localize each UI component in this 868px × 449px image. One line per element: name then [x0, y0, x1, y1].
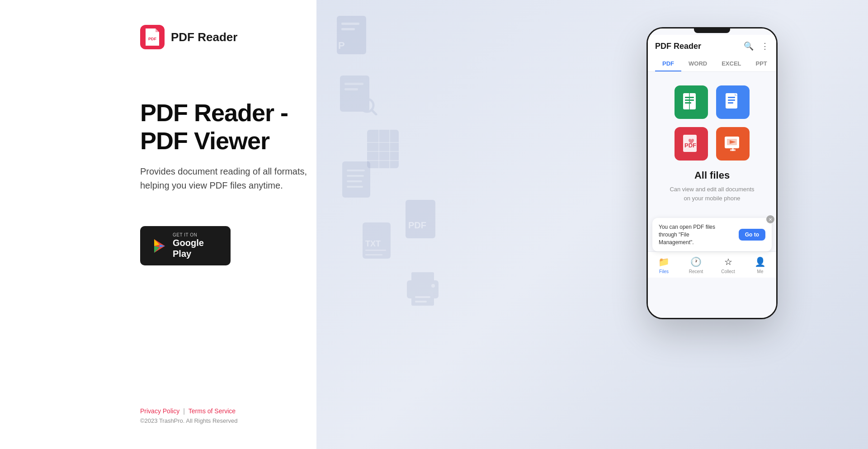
header: PDF PDF Reader — [140, 25, 237, 49]
me-nav-label: Me — [757, 269, 764, 274]
headline-line1: PDF Reader - — [140, 99, 288, 126]
phone-frame: PDF Reader 🔍 ⋮ PDF WORD EXCEL PPT — [646, 27, 778, 319]
terms-of-service-link[interactable]: Terms of Service — [189, 407, 236, 415]
slides-icon — [716, 127, 750, 161]
files-nav-label: Files — [659, 269, 669, 274]
play-button-main-text: Google Play — [173, 237, 218, 259]
file-icons-grid: PDF — [675, 85, 750, 161]
svg-text:PDF: PDF — [148, 37, 157, 41]
tab-ppt[interactable]: PPT — [749, 57, 774, 71]
logo-text: PDF Reader — [171, 30, 237, 44]
app-content: PDF All f — [648, 72, 776, 212]
privacy-policy-link[interactable]: Privacy Policy — [140, 407, 179, 415]
recent-nav-label: Recent — [689, 269, 703, 274]
files-nav-icon: 📁 — [658, 256, 670, 267]
toast-go-button[interactable]: Go to — [739, 229, 765, 241]
me-nav-icon: 👤 — [755, 256, 766, 267]
nav-item-me[interactable]: 👤 Me — [744, 256, 776, 274]
svg-rect-56 — [732, 148, 734, 151]
nav-item-collect[interactable]: ☆ Collect — [712, 256, 744, 274]
app-title-row: PDF Reader 🔍 ⋮ — [655, 41, 769, 56]
google-play-button[interactable]: GET IT ON Google Play — [140, 226, 231, 265]
toast-notification: You can open PDF files through "File Man… — [652, 218, 772, 251]
left-section: PDF PDF Reader PDF Reader - PDF Viewer P… — [0, 0, 316, 449]
play-store-icon — [153, 239, 166, 253]
collect-nav-icon: ☆ — [724, 256, 732, 267]
bottom-navigation: 📁 Files 🕐 Recent ☆ Collect 👤 Me — [648, 251, 776, 278]
right-background — [289, 0, 868, 449]
tab-excel[interactable]: EXCEL — [714, 57, 748, 71]
svg-rect-43 — [685, 102, 691, 104]
svg-rect-48 — [728, 102, 733, 104]
play-button-text: GET IT ON Google Play — [173, 232, 218, 259]
footer: Privacy Policy | Terms of Service ©2023 … — [140, 407, 238, 424]
svg-rect-47 — [728, 99, 735, 101]
sheets-icon — [675, 85, 708, 119]
phone-mockup: PDF Reader 🔍 ⋮ PDF WORD EXCEL PPT — [646, 27, 778, 319]
app-header-icons: 🔍 ⋮ — [744, 41, 769, 51]
headline-section: PDF Reader - PDF Viewer Provides documen… — [140, 99, 312, 193]
more-options-icon[interactable]: ⋮ — [761, 41, 769, 51]
nav-item-files[interactable]: 📁 Files — [648, 256, 680, 274]
app-title: PDF Reader — [655, 42, 701, 51]
phone-notch — [694, 28, 730, 33]
headline-line2: PDF Viewer — [140, 127, 269, 154]
search-icon[interactable]: 🔍 — [744, 41, 754, 51]
all-files-description: Can view and edit all documents on your … — [667, 185, 757, 203]
logo-icon: PDF — [140, 25, 165, 49]
docs-icon — [716, 85, 750, 119]
collect-nav-label: Collect — [721, 269, 735, 274]
toast-text: You can open PDF files through "File Man… — [659, 223, 722, 246]
recent-nav-icon: 🕐 — [690, 256, 702, 267]
svg-rect-46 — [728, 97, 735, 98]
phone-screen: PDF Reader 🔍 ⋮ PDF WORD EXCEL PPT — [648, 28, 776, 318]
footer-divider: | — [183, 407, 185, 415]
nav-item-recent[interactable]: 🕐 Recent — [680, 256, 712, 274]
pdf-icon: PDF — [675, 127, 708, 161]
all-files-title: All files — [694, 170, 730, 181]
app-header: PDF Reader 🔍 ⋮ PDF WORD EXCEL PPT — [648, 35, 776, 72]
play-button-small-text: GET IT ON — [173, 232, 218, 237]
copyright-text: ©2023 TrashPro. All Rights Reserved — [140, 417, 238, 424]
footer-links: Privacy Policy | Terms of Service — [140, 407, 238, 415]
tab-pdf[interactable]: PDF — [655, 57, 681, 71]
toast-close-button[interactable]: ✕ — [766, 215, 774, 223]
headline: PDF Reader - PDF Viewer — [140, 99, 312, 155]
hero-description: Provides document reading of all formats… — [140, 165, 312, 193]
tab-word[interactable]: WORD — [681, 57, 714, 71]
app-tabs: PDF WORD EXCEL PPT — [655, 57, 769, 71]
